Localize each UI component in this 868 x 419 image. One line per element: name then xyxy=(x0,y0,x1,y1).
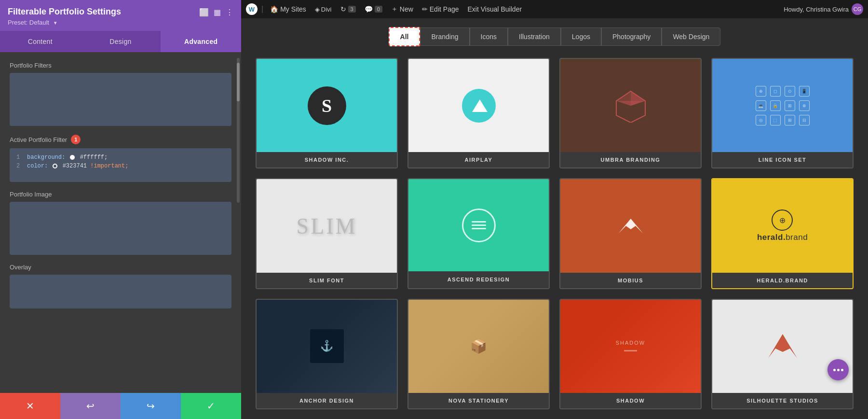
thumb-nova: 📦 xyxy=(408,300,549,393)
filter-icons[interactable]: Icons xyxy=(470,28,508,46)
save-button[interactable]: ✓ xyxy=(181,393,241,419)
portfolio-item-anchor[interactable]: ⚓ Anchor Design xyxy=(256,299,398,409)
portfolio-item-nova[interactable]: 📦 Nova Stationery xyxy=(407,299,550,409)
thumb-anchor: ⚓ xyxy=(257,300,397,393)
divi-nav[interactable]: ◈ Divi xyxy=(312,4,335,15)
caption-shadow2: Shadow xyxy=(560,393,701,408)
caption-airplay: Airplay xyxy=(408,152,549,168)
svg-marker-3 xyxy=(616,101,645,106)
thumb-umbra xyxy=(560,59,701,152)
shadow-inc-logo: S xyxy=(308,86,346,125)
line-icon-3: ⊙ xyxy=(785,86,795,97)
line-icon-12: ⊟ xyxy=(799,115,810,126)
caption-umbra: Umbra Branding xyxy=(560,152,701,168)
line-icon-1: ⊕ xyxy=(756,86,766,97)
tab-content[interactable]: Content xyxy=(0,31,81,52)
updates-nav[interactable]: ↻ 3 xyxy=(338,3,359,15)
exit-builder-nav[interactable]: Exit Visual Builder xyxy=(465,3,525,15)
comments-count: 0 xyxy=(375,6,382,13)
portfolio-item-airplay[interactable]: Airplay xyxy=(407,58,550,168)
color-dot-white xyxy=(70,155,75,160)
portfolio-item-shadow-inc[interactable]: S Shadow Inc. xyxy=(256,58,398,168)
main-content: W | 🏠 My Sites ◈ Divi ↻ 3 💬 0 ＋ New ✏ Ed… xyxy=(241,0,868,419)
active-filter-code[interactable]: 1 background: #ffffff; 2 color: #323741 … xyxy=(10,148,231,182)
filter-photography[interactable]: Photography xyxy=(601,28,662,46)
portfolio-filters-input[interactable] xyxy=(10,73,231,126)
my-sites-nav[interactable]: 🏠 My Sites xyxy=(267,3,309,15)
portfolio-item-mobius[interactable]: Mobius xyxy=(559,178,702,289)
caption-herald: Herald.Brand xyxy=(712,273,853,288)
line-icons-grid: ⊕ ◻ ⊙ 📱 💻 🔒 ⊞ ⊗ ◎ ⬚ ⊞ ⊟ xyxy=(751,81,814,130)
mobius-logo xyxy=(614,209,648,243)
filter-all[interactable]: All xyxy=(389,27,420,46)
refresh-icon: ↻ xyxy=(340,5,346,13)
sites-icon: 🏠 xyxy=(270,5,278,13)
edit-page-label: Edit Page xyxy=(430,5,459,13)
exit-builder-label: Exit Visual Builder xyxy=(468,5,522,13)
comment-icon: 💬 xyxy=(365,5,373,13)
thumb-slim: SLIM xyxy=(257,179,397,272)
updates-count: 3 xyxy=(348,6,356,13)
cancel-button[interactable]: ✕ xyxy=(0,393,60,419)
caption-mobius: Mobius xyxy=(560,273,701,288)
ascend-inner xyxy=(472,221,486,229)
overlay-input[interactable] xyxy=(10,275,231,308)
new-label: New xyxy=(400,5,413,13)
filter-logos[interactable]: Logos xyxy=(561,28,601,46)
portfolio-item-shadow2[interactable]: SHADOW ▬▬▬ Shadow xyxy=(559,299,702,409)
tab-advanced[interactable]: Advanced xyxy=(161,31,241,52)
portfolio-item-silhouette[interactable]: Silhouette Studios xyxy=(711,299,854,409)
portfolio-image-input[interactable] xyxy=(10,202,231,255)
action-bar: ✕ ↩ ↪ ✓ xyxy=(0,393,241,419)
portfolio-item-line-icon[interactable]: ⊕ ◻ ⊙ 📱 💻 🔒 ⊞ ⊗ ◎ ⬚ ⊞ ⊟ Line Icon Set xyxy=(711,58,854,168)
line-icon-8: ⊗ xyxy=(799,100,810,111)
avatar[interactable]: CG xyxy=(852,3,863,15)
airplay-triangle xyxy=(472,99,488,112)
line-icon-6: 🔒 xyxy=(770,100,781,111)
anchor-book: ⚓ xyxy=(310,329,344,363)
edit-page-nav[interactable]: ✏ Edit Page xyxy=(419,3,462,15)
floating-action-button[interactable] xyxy=(827,359,849,380)
portfolio-item-ascend[interactable]: Ascend Redesign xyxy=(407,178,550,289)
my-sites-label: My Sites xyxy=(280,5,306,13)
scrollbar-thumb[interactable] xyxy=(237,63,240,101)
portfolio-item-umbra[interactable]: Umbra Branding xyxy=(559,58,702,168)
settings-panel: Filterable Portfolio Settings Preset: De… xyxy=(0,0,241,419)
columns-icon[interactable]: ▦ xyxy=(214,8,221,17)
thumb-mobius xyxy=(560,179,701,272)
portfolio-item-herald[interactable]: ⊕ herald.brand Herald.Brand xyxy=(711,178,854,289)
thumb-shadow2: SHADOW ▬▬▬ xyxy=(560,300,701,393)
new-nav[interactable]: ＋ New xyxy=(388,3,416,15)
filter-illustration[interactable]: Illustration xyxy=(508,28,561,46)
tab-design[interactable]: Design xyxy=(81,31,161,52)
slim-text: SLIM xyxy=(297,213,357,239)
plus-icon: ＋ xyxy=(391,5,398,14)
herald-brand-text: herald.brand xyxy=(757,233,808,242)
panel-preset[interactable]: Preset: Default ▼ xyxy=(8,19,199,26)
undo-button[interactable]: ↩ xyxy=(60,393,121,419)
wordpress-logo[interactable]: W xyxy=(246,3,258,15)
filter-branding[interactable]: Branding xyxy=(420,28,469,46)
scrollbar-track[interactable] xyxy=(237,58,240,203)
airplay-icon xyxy=(462,89,496,123)
redo-button[interactable]: ↪ xyxy=(121,393,181,419)
more-options-icon[interactable]: ⋮ xyxy=(226,8,233,17)
tab-bar: Content Design Advanced xyxy=(0,31,241,52)
fab-dot-1 xyxy=(833,369,836,371)
umbra-gem xyxy=(614,89,648,123)
panel-header: Filterable Portfolio Settings Preset: De… xyxy=(0,0,241,31)
panel-body: Portfolio Filters Active Portfolio Filte… xyxy=(0,52,241,393)
svg-marker-5 xyxy=(768,334,797,358)
top-nav: W | 🏠 My Sites ◈ Divi ↻ 3 💬 0 ＋ New ✏ Ed… xyxy=(241,0,868,18)
caption-ascend: Ascend Redesign xyxy=(408,271,549,288)
fullscreen-icon[interactable]: ⬜ xyxy=(199,8,209,17)
herald-content: ⊕ herald.brand xyxy=(757,210,808,242)
line-icon-5: 💻 xyxy=(756,100,766,111)
filter-bar: All Branding Icons Illustration Logos Ph… xyxy=(241,18,868,53)
panel-title: Filterable Portfolio Settings xyxy=(8,7,199,17)
comments-nav[interactable]: 💬 0 xyxy=(362,3,385,15)
caption-slim: Slim Font xyxy=(257,273,397,288)
portfolio-item-slim[interactable]: SLIM Slim Font xyxy=(256,178,398,289)
filter-webdesign[interactable]: Web Design xyxy=(662,28,720,46)
fab-dot-2 xyxy=(837,369,840,371)
